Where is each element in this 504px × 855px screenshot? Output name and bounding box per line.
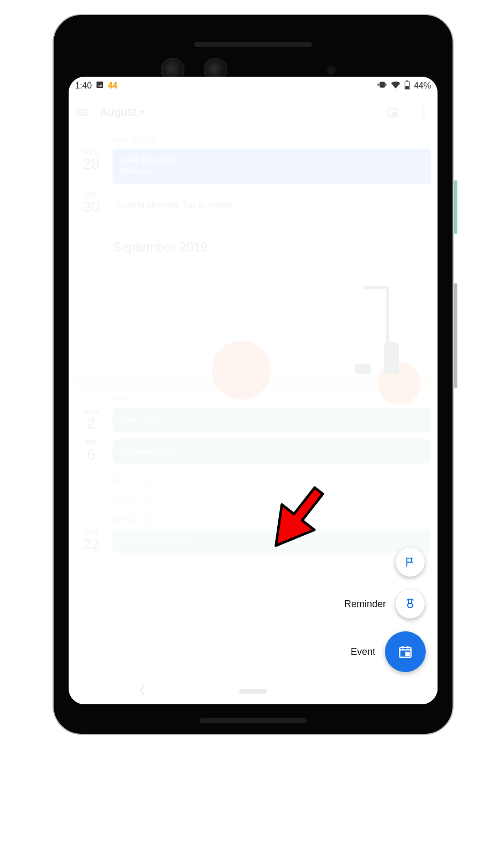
- power-button[interactable]: [454, 180, 457, 234]
- fab-speed-dial: Goal Reminder Event: [344, 548, 425, 672]
- tutorial-arrow: [262, 481, 331, 558]
- fab-label: Event: [351, 646, 375, 658]
- svg-rect-4: [405, 86, 409, 89]
- temperature-badge: 44: [108, 81, 117, 91]
- status-bar: 1:40 44 44%: [69, 77, 438, 95]
- svg-rect-3: [406, 80, 408, 82]
- svg-rect-11: [406, 652, 409, 655]
- fab-option-reminder[interactable]: Reminder: [344, 589, 425, 618]
- image-icon: [95, 80, 104, 91]
- fab-option-event[interactable]: Event: [351, 631, 425, 672]
- volume-button[interactable]: [454, 283, 457, 388]
- bottom-speaker: [199, 718, 307, 723]
- calendar-icon: [398, 644, 413, 659]
- event-button[interactable]: [385, 631, 426, 672]
- fab-option-goal[interactable]: Goal: [366, 548, 425, 577]
- wifi-icon: [391, 81, 401, 91]
- goal-button[interactable]: [396, 548, 425, 577]
- flag-icon: [404, 556, 416, 568]
- speaker-slit: [194, 42, 312, 47]
- reminder-icon: [404, 598, 417, 610]
- svg-rect-0: [97, 82, 103, 88]
- battery-icon: [404, 80, 410, 92]
- vibrate-icon: [377, 81, 387, 91]
- status-time: 1:40: [75, 81, 92, 91]
- battery-text: 44%: [414, 81, 431, 91]
- sensor-dot: [327, 66, 336, 75]
- svg-rect-1: [380, 82, 384, 87]
- reminder-button[interactable]: [396, 589, 425, 618]
- phone-screen: 1:40 44 44%: [69, 77, 438, 704]
- phone-frame: 1:40 44 44%: [53, 14, 454, 735]
- fab-label: Reminder: [344, 599, 386, 610]
